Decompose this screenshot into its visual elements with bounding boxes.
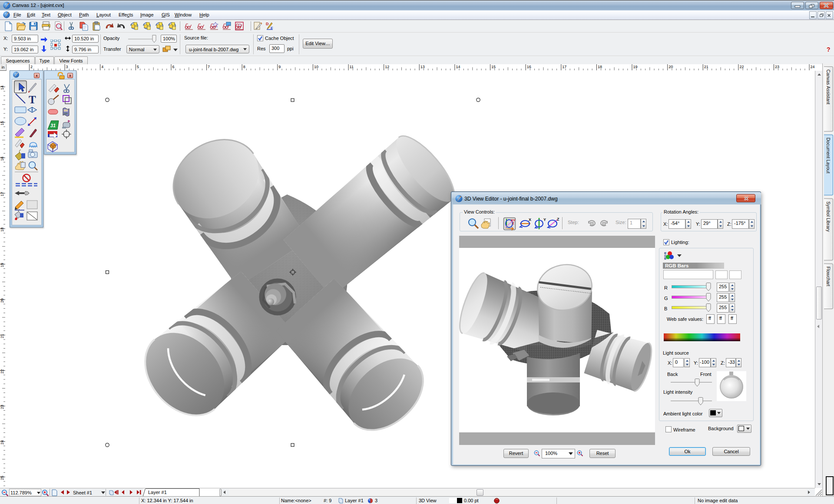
svg-text:3: 3 (66, 65, 68, 69)
svg-text:23: 23 (0, 405, 4, 409)
svg-text:24: 24 (0, 440, 4, 445)
svg-text:19: 19 (633, 65, 638, 69)
svg-text:15: 15 (491, 65, 496, 69)
svg-text:21: 21 (0, 334, 4, 338)
svg-text:22: 22 (0, 369, 4, 374)
svg-text:21: 21 (704, 65, 708, 69)
svg-text:14: 14 (0, 86, 4, 90)
svg-text:20: 20 (669, 65, 673, 69)
svg-text:9: 9 (278, 65, 281, 69)
svg-text:8: 8 (243, 65, 245, 69)
svg-text:23: 23 (775, 65, 779, 69)
svg-text:Y: Y (543, 217, 546, 222)
svg-text:7: 7 (208, 65, 210, 69)
svg-text:12: 12 (385, 65, 389, 69)
svg-text:X: X (529, 217, 531, 222)
svg-text:D: D (266, 22, 269, 26)
svg-text:10: 10 (314, 65, 318, 69)
svg-text:18: 18 (0, 227, 4, 232)
svg-text:Z: Z (557, 217, 559, 221)
svg-text:24: 24 (811, 65, 815, 69)
svg-text:18: 18 (598, 65, 602, 69)
svg-text:2: 2 (30, 65, 33, 69)
svg-text:14: 14 (456, 65, 460, 69)
svg-text:16: 16 (527, 65, 531, 69)
svg-text:25: 25 (0, 476, 4, 480)
svg-text:20: 20 (0, 298, 4, 303)
svg-text:5: 5 (137, 65, 139, 69)
svg-text:11: 11 (350, 65, 354, 69)
svg-text:Z: Z (512, 221, 514, 225)
svg-text:4: 4 (101, 65, 103, 69)
svg-text:17: 17 (0, 192, 4, 196)
svg-text:15: 15 (0, 121, 4, 125)
svg-text:19: 19 (0, 263, 4, 267)
svg-text:13: 13 (420, 65, 425, 69)
svg-text:31: 31 (50, 123, 56, 128)
svg-text:17: 17 (562, 65, 566, 69)
svg-text:16: 16 (0, 156, 4, 161)
svg-text:6: 6 (172, 65, 175, 69)
svg-text:T: T (29, 94, 36, 105)
svg-text:22: 22 (739, 65, 744, 69)
